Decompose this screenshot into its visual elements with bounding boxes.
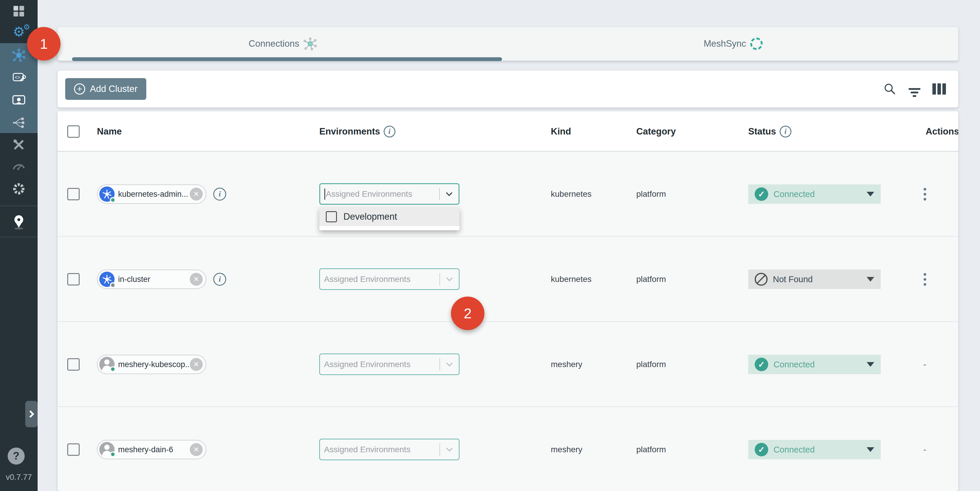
sidebar-item-adapters[interactable]: <>: [0, 67, 38, 89]
crossed-tools-icon: [12, 138, 25, 151]
tab-meshsync[interactable]: MeshSync: [508, 27, 958, 60]
caret-down-icon: [867, 277, 874, 281]
status-dropdown[interactable]: Not Found: [748, 270, 881, 289]
header-status: Status i: [748, 111, 791, 151]
select-chevron-button[interactable]: [440, 193, 458, 195]
svg-text:<>: <>: [15, 75, 20, 80]
help-button[interactable]: ?: [8, 448, 25, 465]
annotation-badge-2: 2: [451, 297, 484, 330]
sidebar-item-dashboard[interactable]: [0, 0, 38, 22]
add-cluster-label: Add Cluster: [90, 84, 137, 94]
option-checkbox[interactable]: [326, 211, 337, 222]
connection-chip[interactable]: meshery-kubescop... ✕: [97, 355, 206, 374]
environments-dropdown-menu: Development: [319, 207, 460, 230]
view-columns-icon: [932, 83, 946, 95]
environments-placeholder: Assigned Environments: [320, 445, 439, 454]
sidebar-item-location[interactable]: [0, 211, 38, 233]
sidebar-item-environments[interactable]: [0, 111, 38, 133]
annotation-badge-1: 1: [27, 27, 60, 60]
remove-connection-button[interactable]: ✕: [190, 273, 203, 286]
environments-select[interactable]: Assigned Environments: [319, 183, 460, 205]
tab-connections[interactable]: Connections: [57, 27, 508, 60]
row-checkbox[interactable]: [67, 273, 80, 286]
environments-placeholder: Assigned Environments: [320, 360, 439, 369]
kubernetes-logo-icon: [99, 272, 115, 287]
chevron-down-icon: [446, 189, 453, 196]
filter-icon: [908, 88, 920, 90]
environments-select[interactable]: Assigned Environments: [319, 269, 460, 290]
kind-cell: meshery: [551, 322, 582, 407]
connection-chip[interactable]: meshery-dain-6 ✕: [97, 440, 206, 459]
meshsync-spinner-icon: [750, 38, 763, 50]
hierarchy-icon: [12, 116, 25, 129]
row-actions-menu-button[interactable]: [921, 270, 929, 289]
search-button[interactable]: [883, 82, 897, 96]
row-checkbox[interactable]: [67, 443, 80, 456]
header-environments: Environments i: [319, 111, 395, 151]
environments-placeholder: Assigned Environments: [320, 275, 439, 284]
caret-down-icon: [867, 362, 874, 367]
select-all-checkbox[interactable]: [67, 126, 80, 138]
connections-table: Name Environments i Kind Category Status…: [57, 111, 958, 491]
status-dot: [110, 282, 116, 288]
dropdown-option-development[interactable]: Development: [319, 207, 460, 226]
kind-cell: meshery: [551, 407, 582, 491]
sidebar-expand-button[interactable]: [25, 401, 38, 427]
connection-name: meshery-kubescop...: [115, 360, 190, 369]
status-dropdown[interactable]: ✓ Connected: [748, 440, 881, 459]
check-circle-icon: ✓: [755, 188, 768, 201]
status-dropdown[interactable]: ✓ Connected: [748, 355, 881, 374]
row-checkbox[interactable]: [67, 188, 80, 200]
no-actions-placeholder: -: [923, 445, 926, 454]
sidebar-item-extensions[interactable]: [0, 178, 38, 200]
select-chevron-button[interactable]: [440, 278, 459, 280]
select-chevron-button[interactable]: [440, 448, 459, 451]
remove-connection-button[interactable]: ✕: [190, 188, 203, 200]
meshery-mesh-icon: [12, 182, 25, 195]
status-dot: [110, 366, 116, 372]
sidebar-item-workspaces[interactable]: [0, 89, 38, 111]
info-icon[interactable]: i: [383, 126, 395, 137]
header-actions: Actions: [926, 111, 958, 151]
environments-select[interactable]: Assigned Environments: [319, 439, 460, 460]
header-kind: Kind: [551, 111, 571, 151]
connection-name: in-cluster: [115, 275, 190, 284]
screen-person-icon: [12, 94, 26, 106]
dashboard-icon: [14, 6, 24, 16]
status-dropdown[interactable]: ✓ Connected: [748, 184, 881, 204]
table-header: Name Environments i Kind Category Status…: [57, 111, 958, 151]
connection-chip[interactable]: in-cluster ✕: [97, 270, 206, 289]
connection-chip[interactable]: kubernetes-admin... ✕: [97, 184, 206, 204]
connections-tab-icon: [304, 37, 317, 51]
check-circle-icon: ✓: [755, 358, 768, 371]
tab-connections-label: Connections: [248, 38, 299, 49]
remove-connection-button[interactable]: ✕: [190, 358, 203, 371]
environments-select[interactable]: Assigned Environments: [319, 354, 460, 375]
sidebar-item-toolkit[interactable]: [0, 133, 38, 156]
chevron-down-icon: [446, 360, 453, 367]
sidebar-item-performance[interactable]: [0, 154, 38, 176]
gears-icon: ⚙⚙ ▾: [13, 25, 25, 38]
chevron-down-icon: [446, 275, 453, 281]
plus-icon: +: [74, 83, 85, 95]
remove-connection-button[interactable]: ✕: [190, 443, 203, 456]
info-icon[interactable]: i: [780, 126, 791, 137]
status-dot: [110, 197, 116, 203]
add-cluster-button[interactable]: + Add Cluster: [65, 78, 146, 100]
connection-info-icon[interactable]: i: [213, 273, 226, 286]
connection-name: meshery-dain-6: [115, 445, 190, 454]
row-checkbox[interactable]: [67, 358, 80, 370]
code-wrench-icon: <>: [12, 71, 26, 84]
filter-button[interactable]: [908, 82, 921, 96]
kubernetes-logo-icon: [99, 186, 115, 202]
connections-mesh-icon: [12, 48, 25, 62]
select-chevron-button[interactable]: [440, 363, 459, 365]
tabs-bar: Connections MeshSync: [57, 27, 958, 61]
row-actions-menu-button[interactable]: [921, 185, 929, 203]
category-cell: platform: [636, 407, 666, 491]
category-cell: platform: [636, 322, 666, 407]
view-columns-button[interactable]: [932, 82, 946, 96]
table-toolbar: + Add Cluster: [57, 70, 958, 108]
table-row: meshery-dain-6 ✕ Assigned Environments m…: [57, 407, 958, 491]
connection-info-icon[interactable]: i: [213, 188, 226, 200]
